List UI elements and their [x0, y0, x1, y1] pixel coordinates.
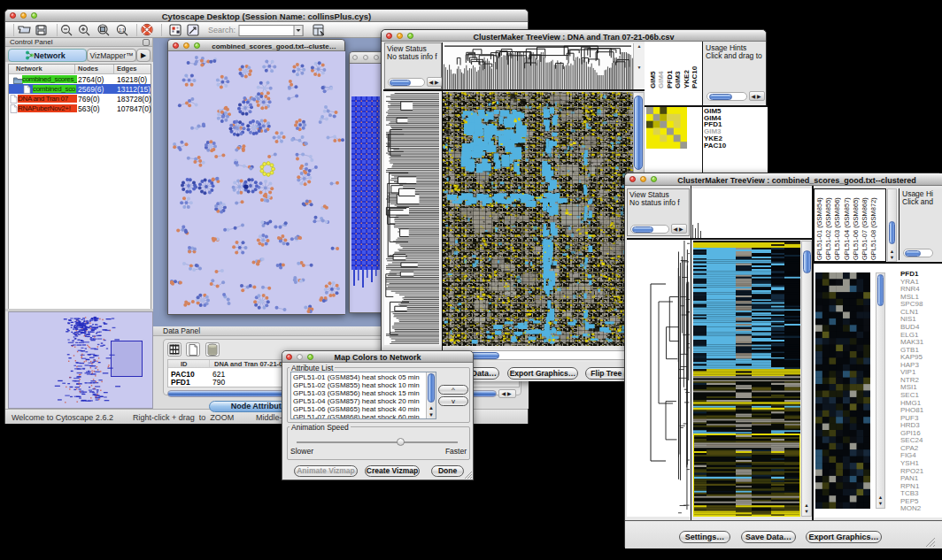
svg-text:Search:: Search:	[208, 26, 236, 35]
svg-text:1:1: 1:1	[119, 27, 125, 33]
